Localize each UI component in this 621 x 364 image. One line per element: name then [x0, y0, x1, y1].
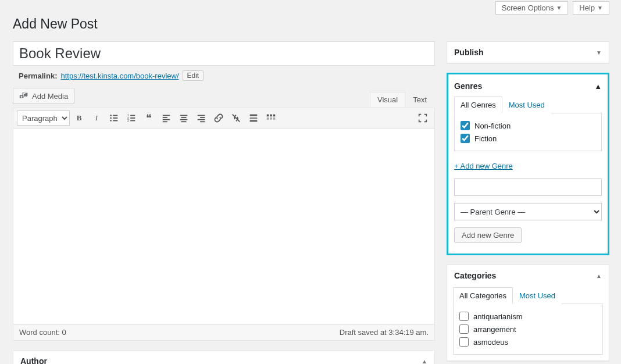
genres-tab-all[interactable]: All Genres	[454, 97, 502, 113]
add-genre-button[interactable]: Add new Genre	[454, 227, 522, 243]
unlink-icon	[231, 113, 241, 123]
svg-point-1	[21, 96, 23, 98]
visual-tab[interactable]: Visual	[370, 92, 405, 107]
caret-up-icon: ▲	[594, 82, 602, 91]
svg-rect-13	[130, 120, 135, 122]
permalink-url[interactable]: https://test.kinsta.com/book-review/	[60, 72, 179, 80]
svg-point-4	[110, 117, 112, 119]
editor-content-area[interactable]	[13, 129, 434, 324]
bullet-list-icon	[109, 113, 119, 123]
svg-rect-11	[130, 117, 135, 119]
svg-rect-21	[181, 121, 187, 122]
svg-rect-25	[200, 121, 205, 122]
svg-rect-34	[267, 117, 269, 120]
genre-checkbox[interactable]	[461, 121, 470, 130]
genres-panel: Genres ▲ All Genres Most Used Non-fictio…	[447, 73, 609, 255]
link-button[interactable]	[210, 110, 227, 126]
editor-toolbar: Paragraph B I 123 ❝	[13, 108, 434, 129]
svg-rect-15	[163, 117, 167, 118]
page-title: Add New Post	[13, 16, 609, 32]
blockquote-button[interactable]: ❝	[141, 110, 157, 126]
format-select[interactable]: Paragraph	[17, 110, 70, 126]
read-more-icon	[248, 113, 259, 123]
category-checkbox[interactable]	[459, 324, 469, 334]
categories-panel: Categories ▲ All Categories Most Used an…	[447, 265, 609, 361]
categories-list[interactable]: antiquarianism arrangement asmodeus	[453, 304, 603, 355]
align-center-button[interactable]	[176, 110, 192, 126]
add-new-genre-link[interactable]: + Add new Genre	[454, 162, 513, 170]
screen-options-label: Screen Options	[502, 3, 554, 12]
genres-box-toggle[interactable]: Genres ▲	[448, 74, 608, 97]
category-label: antiquarianism	[473, 312, 523, 321]
genre-checkbox[interactable]	[461, 134, 470, 143]
category-checkbox[interactable]	[459, 312, 469, 321]
post-title-input[interactable]	[13, 41, 435, 66]
svg-point-2	[110, 115, 112, 116]
category-item[interactable]: asmodeus	[459, 336, 597, 348]
svg-rect-22	[198, 115, 205, 116]
align-center-icon	[179, 113, 189, 123]
genre-item[interactable]: Fiction	[461, 132, 595, 145]
genre-label: Non-fiction	[474, 122, 511, 130]
svg-rect-20	[180, 119, 188, 120]
align-left-icon	[161, 113, 172, 123]
caret-down-icon: ▼	[596, 49, 602, 56]
genre-item[interactable]: Non-fiction	[461, 119, 595, 132]
svg-rect-29	[250, 118, 258, 119]
svg-rect-31	[267, 115, 269, 117]
svg-rect-3	[113, 115, 117, 116]
parent-genre-select[interactable]: — Parent Genre —	[454, 203, 602, 220]
bold-button[interactable]: B	[71, 110, 87, 126]
author-box-toggle[interactable]: Author ▲	[13, 351, 434, 364]
edit-slug-button[interactable]: Edit	[183, 70, 204, 81]
svg-rect-35	[270, 117, 272, 120]
category-item[interactable]: antiquarianism	[459, 310, 597, 323]
svg-rect-17	[163, 121, 167, 122]
category-checkbox[interactable]	[459, 337, 469, 347]
caret-down-icon: ▼	[556, 5, 562, 11]
numbered-list-icon: 123	[126, 113, 137, 123]
draft-saved-status: Draft saved at 3:34:19 am.	[340, 328, 429, 337]
italic-button[interactable]: I	[88, 110, 105, 126]
caret-up-icon: ▲	[422, 358, 427, 365]
add-media-button[interactable]: Add Media	[13, 88, 74, 104]
publish-box-toggle[interactable]: Publish ▼	[447, 42, 609, 63]
fullscreen-icon	[417, 113, 428, 123]
read-more-button[interactable]	[245, 110, 262, 126]
caret-down-icon: ▼	[597, 5, 603, 11]
category-label: arrangement	[473, 325, 516, 334]
categories-tab-most-used[interactable]: Most Used	[513, 287, 562, 304]
category-item[interactable]: arrangement	[459, 323, 597, 336]
screen-options-button[interactable]: Screen Options ▼	[495, 1, 569, 15]
numbered-list-button[interactable]: 123	[123, 110, 140, 126]
categories-box-toggle[interactable]: Categories ▲	[447, 265, 609, 286]
author-box-title: Author	[20, 356, 47, 364]
svg-point-6	[110, 120, 112, 122]
svg-rect-33	[273, 115, 276, 117]
add-media-label: Add Media	[32, 92, 68, 101]
toolbar-toggle-button[interactable]	[263, 110, 279, 126]
permalink-label: Permalink:	[19, 72, 57, 80]
svg-rect-5	[113, 117, 117, 119]
new-genre-input[interactable]	[454, 179, 602, 196]
svg-rect-32	[270, 115, 272, 117]
align-left-button[interactable]	[158, 110, 174, 126]
help-label: Help	[579, 3, 595, 12]
svg-rect-36	[273, 117, 276, 120]
genres-tab-most-used[interactable]: Most Used	[502, 97, 551, 113]
svg-rect-23	[200, 117, 205, 118]
text-tab[interactable]: Text	[405, 92, 434, 107]
unlink-button[interactable]	[228, 110, 244, 126]
svg-text:3: 3	[127, 119, 129, 122]
word-count: Word count: 0	[19, 328, 66, 337]
svg-rect-28	[250, 117, 258, 117]
help-button[interactable]: Help ▼	[573, 1, 609, 15]
fullscreen-button[interactable]	[415, 110, 431, 126]
category-label: asmodeus	[473, 338, 508, 347]
align-right-button[interactable]	[193, 110, 209, 126]
bullet-list-button[interactable]	[106, 110, 122, 126]
svg-rect-9	[130, 115, 135, 116]
svg-rect-27	[250, 115, 258, 116]
publish-box-title: Publish	[454, 48, 484, 57]
categories-tab-all[interactable]: All Categories	[453, 287, 513, 304]
